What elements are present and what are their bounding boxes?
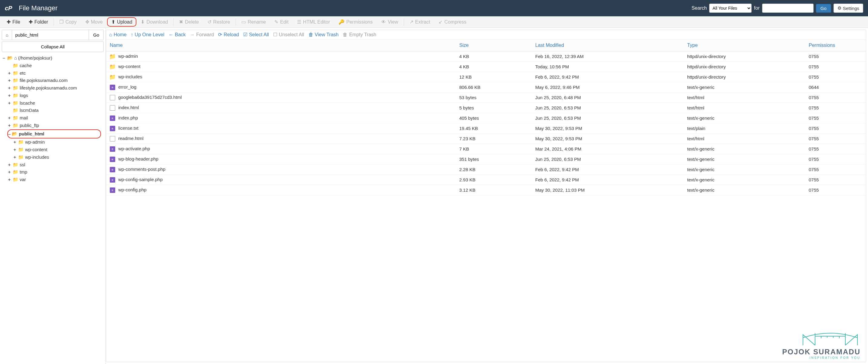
search-input[interactable] [762,4,813,13]
file-modified: Jun 25, 2020, 6:48 PM [532,93,683,103]
select-all-link[interactable]: ☑Select All [243,32,269,37]
column-header-permissions[interactable]: Permissions [805,40,866,52]
tree-node[interactable]: +📁tmp [7,168,104,176]
up-one-level-link[interactable]: ↑Up One Level [131,32,164,37]
collapse-all-button[interactable]: Collapse All [2,41,104,52]
html-editor-button[interactable]: ☰HTML Editor [293,17,334,27]
view-button[interactable]: 👁View [377,18,402,27]
edit-button[interactable]: ✎Edit [270,17,293,27]
collapse-icon[interactable]: – [2,55,6,62]
table-row[interactable]: ≡license.txt19.45 KBMay 30, 2022, 9:53 P… [106,123,866,134]
expand-icon[interactable]: + [7,84,11,92]
path-input[interactable] [12,30,89,40]
folder-icon: 📁 [13,77,19,84]
expand-icon[interactable]: + [7,92,11,99]
tree-node[interactable]: +📁lifestyle.pojoksuramadu.com [7,84,104,92]
copy-button[interactable]: ❐Copy [55,17,81,27]
main-content: ⌂ Go Collapse All – 📂 ⌂ (/home/pojoksur)… [0,28,868,364]
uncheck-icon: ☐ [273,32,277,37]
tree-node[interactable]: +📁lscache [7,99,104,107]
column-header-size[interactable]: Size [456,40,532,52]
table-row[interactable]: ≡wp-comments-post.php2.28 KBFeb 6, 2022,… [106,164,866,175]
table-row[interactable]: googleba6da39175d27cd3.html53 bytesJun 2… [106,93,866,103]
tree-node[interactable]: +📁ssl [7,161,104,169]
view-trash-link[interactable]: 🗑View Trash [309,32,339,37]
forward-link[interactable]: →Forward [190,32,214,37]
tree-node-selected[interactable]: –📂public_html [7,129,101,139]
path-go-button[interactable]: Go [89,30,103,40]
tree-node[interactable]: +📁wp-includes [13,154,104,161]
column-header-modified[interactable]: Last Modified [532,40,683,52]
permissions-button[interactable]: 🔑Permissions [334,17,377,27]
expand-icon[interactable]: + [7,70,11,77]
table-row[interactable]: ≡wp-activate.php7 KBMar 24, 2021, 4:06 P… [106,144,866,154]
reload-link[interactable]: ⟳Reload [218,32,239,37]
table-row[interactable]: ≡error_log806.66 KBMay 6, 2022, 9:46 PMt… [106,82,866,93]
path-home-button[interactable]: ⌂ [2,30,12,40]
tree-node[interactable]: +📁file.pojoksuramadu.com [7,77,104,84]
expand-icon[interactable]: + [13,146,17,154]
rename-button[interactable]: ▭Rename [237,17,270,27]
upload-button[interactable]: ⬆Upload [107,17,137,27]
search-go-button[interactable]: Go [816,4,831,13]
table-row[interactable]: ≡wp-config-sample.php2.93 KBFeb 6, 2022,… [106,175,866,185]
tree-node[interactable]: +📁wp-content [13,146,104,154]
expand-icon[interactable]: + [7,161,11,169]
file-modified: Today, 10:56 PM [532,62,683,72]
folder-icon: 📁 [13,92,19,99]
file-table-wrap[interactable]: Name Size Last Modified Type Permissions… [106,40,866,362]
tree-node[interactable]: +📁var [7,176,104,184]
expand-icon[interactable]: + [7,176,11,184]
table-row[interactable]: readme.html7.23 KBMay 30, 2022, 9:53 PMt… [106,134,866,144]
delete-button[interactable]: ✖Delete [175,17,203,27]
folder-icon: 📁 [18,146,24,154]
table-row[interactable]: 📁wp-includes12 KBFeb 6, 2022, 9:42 PMhtt… [106,72,866,82]
expand-icon[interactable]: + [7,99,11,107]
table-row[interactable]: ≡index.php405 bytesJun 25, 2020, 6:53 PM… [106,113,866,123]
tree-root[interactable]: – 📂 ⌂ (/home/pojoksur) [2,55,104,62]
empty-trash-link[interactable]: 🗑Empty Trash [343,32,376,37]
back-link[interactable]: ←Back [168,32,186,37]
new-file-button[interactable]: ✚File [2,17,25,27]
tree-node[interactable]: +📁public_ftp [7,122,104,129]
table-row[interactable]: index.html5 bytesJun 25, 2020, 6:53 PMte… [106,103,866,113]
tree-node[interactable]: +📁logs [7,92,104,99]
tree-node[interactable]: 📁lscmData [7,107,104,114]
compress-label: Compress [444,19,466,25]
column-header-name[interactable]: Name [106,40,456,52]
table-row[interactable]: ≡wp-config.php3.12 KBMay 30, 2022, 11:03… [106,185,866,195]
file-size: 405 bytes [456,113,532,123]
tree-node[interactable]: +📁mail [7,114,104,122]
search-scope-select[interactable]: All Your Files [709,4,751,13]
file-icon: ≡ [110,188,115,193]
table-row[interactable]: 📁wp-content4 KBToday, 10:56 PMhttpd/unix… [106,62,866,72]
download-button[interactable]: ⬇Download [136,17,172,27]
file-type: httpd/unix-directory [683,72,805,82]
unselect-all-link[interactable]: ☐Unselect All [273,32,304,37]
select-all-label: Select All [249,32,269,37]
column-header-type[interactable]: Type [683,40,805,52]
extract-button[interactable]: ↗Extract [405,17,435,27]
expand-icon[interactable]: + [7,122,11,129]
home-link[interactable]: ⌂Home [109,32,126,37]
tree-node[interactable]: +📁etc [7,70,104,77]
move-button[interactable]: ✥Move [81,17,107,27]
view-label: View [388,19,398,25]
move-label: Move [91,19,103,25]
expand-icon[interactable]: + [7,77,11,84]
empty-trash-label: Empty Trash [349,32,376,37]
expand-icon[interactable]: + [7,114,11,122]
settings-button[interactable]: Settings [834,4,863,13]
restore-button[interactable]: ↺Restore [203,17,235,27]
tree-node[interactable]: +📁wp-admin [13,138,104,146]
expand-icon[interactable]: + [13,138,17,146]
table-row[interactable]: ≡wp-blog-header.php351 bytesJun 25, 2020… [106,154,866,164]
expand-icon[interactable]: + [13,154,17,161]
collapse-icon[interactable]: – [8,130,10,138]
folder-label: Folder [34,19,48,25]
new-folder-button[interactable]: ✚Folder [25,17,52,27]
expand-icon[interactable]: + [7,168,11,176]
tree-node[interactable]: 📁cache [7,62,104,70]
compress-button[interactable]: ↙Compress [434,17,471,27]
table-row[interactable]: 📁wp-admin4 KBFeb 16, 2022, 12:39 AMhttpd… [106,52,866,62]
